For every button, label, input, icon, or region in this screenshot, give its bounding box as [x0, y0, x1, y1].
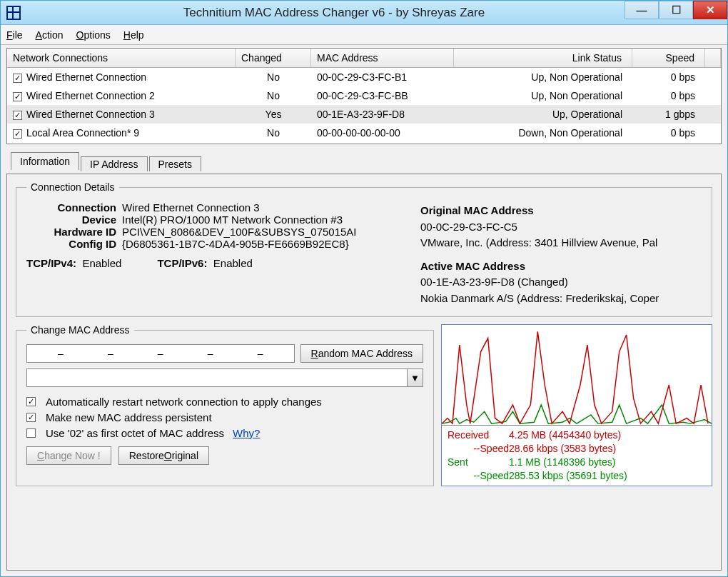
traffic-graph [442, 325, 712, 425]
col-link[interactable]: Link Status [454, 49, 632, 67]
detail-hardware-id: PCI\VEN_8086&DEV_100F&SUBSYS_075015AI [122, 226, 357, 238]
menu-file[interactable]: File [6, 29, 23, 41]
row-checkbox[interactable] [13, 74, 22, 83]
connection-details-legend: Connection Details [26, 181, 119, 193]
col-name[interactable]: Network Connections [7, 49, 236, 67]
traffic-graph-panel: Received 4.25 MB (4454340 bytes) --Speed… [441, 324, 712, 486]
connection-details-group: Connection Details ConnectionWired Ether… [16, 181, 712, 317]
tab-page-information: Connection Details ConnectionWired Ether… [6, 174, 722, 571]
table-row[interactable]: Wired Ethernet ConnectionNo00-0C-29-C3-F… [7, 68, 721, 86]
active-mac-vendor: Nokia Danmark A/S (Address: Frederikskaj… [420, 291, 702, 307]
tab-ip-address[interactable]: IP Address [81, 156, 147, 171]
maximize-button[interactable]: ☐ [659, 1, 693, 19]
use02-checkbox[interactable] [26, 428, 36, 438]
persistent-checkbox[interactable] [26, 413, 36, 422]
window-title: Technitium MAC Address Changer v6 - by S… [26, 6, 727, 20]
col-mac[interactable]: MAC Address [311, 49, 454, 67]
why-link[interactable]: Why? [233, 427, 260, 439]
use02-label: Use '02' as first octet of MAC address [46, 427, 224, 439]
traffic-stats: Received 4.25 MB (4454340 bytes) --Speed… [442, 425, 712, 486]
window-controls: — ☐ ✕ [625, 1, 727, 19]
col-changed[interactable]: Changed [236, 49, 311, 67]
orig-mac-vendor: VMware, Inc. (Address: 3401 Hillview Ave… [420, 235, 702, 251]
change-mac-group: Change MAC Address ––––– Random MAC Addr… [16, 324, 434, 486]
row-checkbox[interactable] [13, 129, 22, 139]
auto-restart-checkbox[interactable] [26, 397, 36, 406]
menubar: File Action Options Help [1, 25, 727, 45]
content-area: Network Connections Changed MAC Address … [1, 45, 727, 576]
menu-options[interactable]: Options [76, 29, 111, 41]
table-row[interactable]: Wired Ethernet Connection 2No00-0C-29-C3… [7, 86, 721, 105]
rspeed-label: --Speed [448, 442, 509, 456]
detail-config-id: {D6805361-1B7C-4DA4-905B-FE6669B92EC8} [122, 238, 349, 250]
app-window: Technitium MAC Address Changer v6 - by S… [0, 0, 728, 577]
chevron-down-icon[interactable]: ▼ [407, 369, 423, 386]
received-label: Received [448, 428, 509, 442]
random-mac-button[interactable]: Random MAC Address [300, 344, 423, 363]
row-checkbox[interactable] [13, 92, 22, 101]
detail-tcpip6: Enabled [213, 257, 253, 269]
close-button[interactable]: ✕ [693, 1, 727, 19]
sspeed-value: 285.53 kbps (35691 bytes) [509, 469, 706, 483]
minimize-button[interactable]: — [625, 1, 659, 19]
tabs: Information IP Address Presets [11, 151, 722, 169]
received-value: 4.25 MB (4454340 bytes) [509, 428, 706, 442]
tab-presets[interactable]: Presets [149, 156, 201, 171]
mac-input[interactable]: ––––– [26, 344, 295, 363]
sent-label: Sent [448, 456, 509, 469]
auto-restart-label: Automatically restart network connection… [46, 396, 322, 408]
orig-mac-header: Original MAC Address [420, 203, 702, 219]
active-mac-header: Active MAC Address [420, 259, 702, 275]
table-row[interactable]: Wired Ethernet Connection 3Yes00-1E-A3-2… [7, 105, 721, 124]
col-speed[interactable]: Speed [632, 49, 705, 67]
table-row[interactable]: Local Area Connection* 9No00-00-00-00-00… [7, 124, 721, 142]
menu-action[interactable]: Action [36, 29, 64, 41]
table-body: Wired Ethernet ConnectionNo00-0C-29-C3-F… [7, 68, 721, 144]
vendor-combo[interactable]: ▼ [26, 368, 423, 387]
connections-table: Network Connections Changed MAC Address … [6, 48, 722, 144]
menu-help[interactable]: Help [123, 29, 144, 41]
persistent-label: Make new MAC address persistent [46, 411, 212, 423]
titlebar[interactable]: Technitium MAC Address Changer v6 - by S… [1, 1, 727, 25]
detail-device: Intel(R) PRO/1000 MT Network Connection … [122, 214, 343, 226]
table-header: Network Connections Changed MAC Address … [7, 49, 721, 68]
change-now-button[interactable]: Change Now ! [26, 446, 111, 465]
detail-connection: Wired Ethernet Connection 3 [122, 201, 260, 214]
rspeed-value: 28.66 kbps (3583 bytes) [509, 442, 706, 456]
active-mac-value: 00-1E-A3-23-9F-D8 (Changed) [420, 274, 702, 291]
restore-original-button[interactable]: Restore Original [118, 446, 209, 465]
tab-information[interactable]: Information [11, 152, 79, 170]
orig-mac-value: 00-0C-29-C3-FC-C5 [420, 219, 702, 236]
change-mac-legend: Change MAC Address [26, 324, 134, 336]
sent-value: 1.1 MB (1148396 bytes) [509, 456, 706, 469]
sspeed-label: --Speed [448, 469, 509, 483]
app-icon [6, 6, 21, 20]
row-checkbox[interactable] [13, 111, 22, 120]
detail-tcpip4: Enabled [82, 257, 121, 269]
